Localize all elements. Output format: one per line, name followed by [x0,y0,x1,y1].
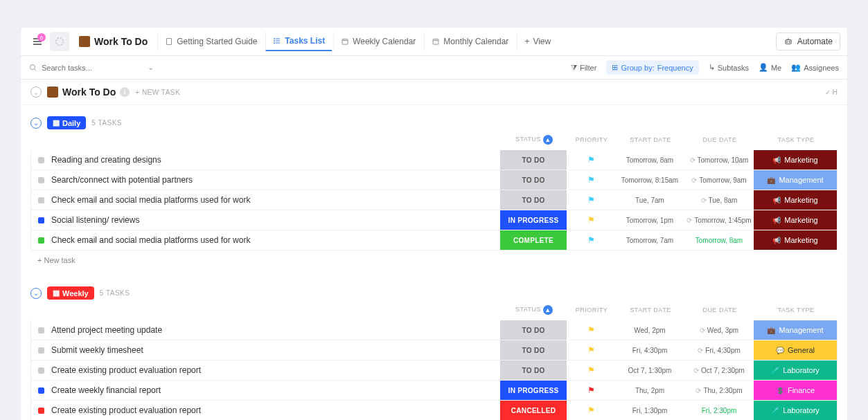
due-date-header[interactable]: DUE DATE [685,307,754,313]
start-date-cell[interactable]: Oct 7, 1:30pm [615,360,684,380]
list-title[interactable]: Work To Do i [47,86,130,98]
start-date-cell[interactable]: Fri, 1:30pm [615,401,684,420]
priority-header[interactable]: PRIORITY [567,307,616,313]
start-date-cell[interactable]: Tomorrow, 8am [615,150,684,170]
due-date-cell[interactable]: ⟳Tue, 8am [684,190,754,210]
subtasks-button[interactable]: ↳ Subtasks [709,63,749,72]
start-date-cell[interactable]: Tomorrow, 8:15am [615,170,684,190]
task-title-cell[interactable]: Create existing product evaluation repor… [31,360,500,380]
status-cell[interactable]: TO DO [500,190,567,210]
start-date-cell[interactable]: Tue, 7am [615,190,684,210]
task-title-cell[interactable]: Social listening/ reviews [31,210,500,230]
priority-cell[interactable]: ⚑ [567,150,615,170]
start-date-cell[interactable]: Tomorrow, 7am [615,230,684,250]
status-header[interactable]: STATUS▲ [501,305,567,315]
task-type-cell[interactable]: 🧪Laboratory [754,360,837,380]
task-title-cell[interactable]: Create weekly financial report [31,381,500,400]
task-title-cell[interactable]: Submit weekly timesheet [31,340,500,360]
start-date-cell[interactable]: Wed, 2pm [615,320,684,340]
status-cell[interactable]: TO DO [500,150,567,170]
status-cell[interactable]: CANCELLED [500,401,567,420]
due-date-header[interactable]: DUE DATE [685,136,754,143]
task-type-cell[interactable]: 💼Management [754,320,837,340]
task-type-cell[interactable]: 📢Marketing [754,210,837,230]
task-type-cell[interactable]: 📢Marketing [754,230,837,250]
status-cell[interactable]: TO DO [500,170,567,190]
task-type-header[interactable]: TASK TYPE [754,136,838,143]
task-type-cell[interactable]: 💬General [754,340,837,360]
status-cell[interactable]: COMPLETE [500,230,567,250]
priority-cell[interactable]: ⚑ [567,340,615,360]
new-task-row-button[interactable]: + New task [30,250,838,270]
status-header[interactable]: STATUS▲ [501,135,567,145]
due-date-cell[interactable]: ⟳Tomorrow, 10am [684,150,754,170]
task-row[interactable]: Submit weekly timesheet TO DO ⚑ Fri, 4:3… [30,340,838,360]
priority-cell[interactable]: ⚑ [567,320,615,340]
due-date-cell[interactable]: Fri, 2:30pm [684,401,754,420]
task-title-cell[interactable]: Create existing product evaluation repor… [31,401,500,420]
group-chip[interactable]: ▦ Weekly [47,286,94,300]
task-title-cell[interactable]: Search/connect with potential partners [31,170,500,190]
task-row[interactable]: Reading and creating designs TO DO ⚑ Tom… [30,150,838,170]
task-row[interactable]: Search/connect with potential partners T… [30,170,838,190]
start-date-cell[interactable]: Tomorrow, 1pm [615,210,684,230]
status-cell[interactable]: IN PROGRESS [500,210,567,230]
task-row[interactable]: Create existing product evaluation repor… [30,360,838,381]
due-date-cell[interactable]: ⟳Oct 7, 2:30pm [684,360,754,380]
task-row[interactable]: Create weekly financial report IN PROGRE… [30,381,838,401]
due-date-cell[interactable]: ⟳Tomorrow, 9am [684,170,754,190]
status-cell[interactable]: IN PROGRESS [500,381,567,400]
priority-cell[interactable]: ⚑ [567,381,615,400]
task-title-cell[interactable]: Attend project meeting update [31,320,500,340]
task-row[interactable]: Check email and social media platforms u… [30,230,838,250]
automate-button[interactable]: Automate [776,33,840,51]
collapse-all-button[interactable]: ⌄ [30,86,42,98]
start-date-header[interactable]: START DATE [616,307,685,313]
tab-monthly-calendar[interactable]: Monthly Calendar [424,33,515,51]
filter-button[interactable]: ⧩ Filter [571,63,596,72]
due-date-cell[interactable]: ⟳Tomorrow, 1:45pm [684,210,754,230]
priority-cell[interactable]: ⚑ [567,360,615,380]
info-icon[interactable]: i [120,87,130,97]
hamburger-menu-button[interactable]: 6 [28,32,47,51]
task-type-cell[interactable]: 📢Marketing [754,190,837,210]
task-type-cell[interactable]: 🧪Laboratory [754,401,837,420]
start-date-cell[interactable]: Fri, 4:30pm [615,340,684,360]
task-title-cell[interactable]: Reading and creating designs [31,150,500,170]
status-cell[interactable]: TO DO [500,340,567,360]
due-date-cell[interactable]: ⟳Thu, 2:30pm [684,381,754,400]
task-row[interactable]: Create existing product evaluation repor… [30,401,838,420]
workspace-title[interactable]: Work To Do [72,36,154,47]
search-input-wrapper[interactable]: ⌄ [29,63,154,72]
group-by-button[interactable]: ⊞ Group by: Frequency [606,60,698,75]
task-type-cell[interactable]: 📢Marketing [754,150,837,170]
due-date-cell[interactable]: Tomorrow, 8am [684,230,754,250]
me-filter-button[interactable]: 👤 Me [759,63,781,72]
task-title-cell[interactable]: Check email and social media platforms u… [31,190,500,210]
priority-cell[interactable]: ⚑ [567,401,615,420]
due-date-cell[interactable]: ⟳Fri, 4:30pm [684,340,754,360]
start-date-cell[interactable]: Thu, 2pm [615,381,684,400]
start-date-header[interactable]: START DATE [616,136,685,143]
task-row[interactable]: Social listening/ reviews IN PROGRESS ⚑ … [30,210,838,230]
hide-columns-button[interactable]: ✓ H [825,89,838,96]
task-type-cell[interactable]: 💲Finance [754,381,837,400]
tab-weekly-calendar[interactable]: Weekly Calendar [333,33,423,51]
group-chip[interactable]: ▦ Daily [47,116,86,129]
assignees-filter-button[interactable]: 👥 Assignees [791,63,839,72]
priority-cell[interactable]: ⚑ [567,230,615,250]
task-title-cell[interactable]: Check email and social media platforms u… [31,230,500,250]
chevron-down-icon[interactable]: ⌄ [148,63,154,72]
collapse-group-button[interactable]: ⌄ [30,288,42,299]
status-cell[interactable]: TO DO [500,320,567,340]
new-task-button[interactable]: + NEW TASK [135,89,180,96]
status-cell[interactable]: TO DO [500,360,567,380]
priority-header[interactable]: PRIORITY [567,136,616,143]
priority-cell[interactable]: ⚑ [567,210,615,230]
collapse-group-button[interactable]: ⌄ [30,118,42,129]
task-row[interactable]: Attend project meeting update TO DO ⚑ We… [30,320,838,340]
due-date-cell[interactable]: ⟳Wed, 3pm [684,320,754,340]
task-type-cell[interactable]: 💼Management [754,170,837,190]
task-type-header[interactable]: TASK TYPE [754,307,838,313]
tab-getting-started[interactable]: Getting Started Guide [157,33,264,51]
